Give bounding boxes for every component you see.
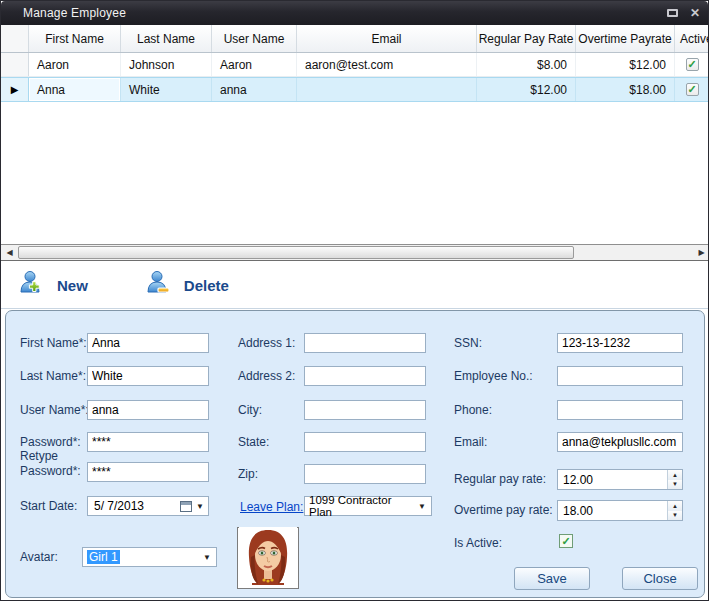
start-date-value: 5/ 7/2013	[94, 499, 144, 513]
phone-field[interactable]	[557, 400, 683, 420]
cell-regular-pay-rate[interactable]: $8.00	[477, 53, 576, 76]
address2-field[interactable]	[304, 366, 426, 386]
first-name-field[interactable]	[87, 333, 209, 353]
regular-pay-rate-stepper[interactable]: 12.00 ▲ ▼	[557, 469, 683, 490]
regular-pay-rate-value: 12.00	[563, 473, 593, 487]
zip-label: Zip:	[238, 467, 258, 481]
add-user-icon	[19, 269, 47, 301]
row-selector[interactable]: ▶	[1, 78, 29, 101]
employee-no-label: Employee No.:	[454, 369, 533, 383]
column-header-regular-pay-rate[interactable]: Regular Pay Rate	[477, 25, 576, 52]
city-label: City:	[238, 403, 262, 417]
avatar-label: Avatar:	[20, 550, 58, 564]
scrollbar-track[interactable]	[18, 245, 693, 260]
scroll-right-icon[interactable]: ▶	[693, 245, 709, 260]
column-header-email[interactable]: Email	[297, 25, 477, 52]
spinner-down-icon[interactable]: ▼	[668, 511, 682, 521]
header-row-selector	[1, 25, 29, 52]
zip-field[interactable]	[304, 464, 426, 484]
overtime-pay-rate-stepper[interactable]: 18.00 ▲ ▼	[557, 500, 683, 521]
spinner-up-icon[interactable]: ▲	[668, 470, 682, 480]
current-row-marker-icon: ▶	[11, 84, 19, 95]
avatar-preview	[237, 527, 299, 589]
column-header-last-name[interactable]: Last Name	[121, 25, 212, 52]
cell-overtime-payrate[interactable]: $18.00	[576, 78, 675, 101]
leave-plan-link[interactable]: Leave Plan:	[240, 500, 303, 514]
horizontal-scrollbar[interactable]: ◀ ▶	[1, 244, 709, 261]
address2-label: Address 2:	[238, 369, 295, 383]
column-header-overtime-payrate[interactable]: Overtime Payrate	[576, 25, 675, 52]
chevron-down-icon[interactable]: ▼	[192, 502, 208, 511]
phone-label: Phone:	[454, 403, 492, 417]
employee-no-field[interactable]	[557, 366, 683, 386]
last-name-field[interactable]	[87, 366, 209, 386]
ssn-field[interactable]	[557, 333, 683, 353]
spinner-up-icon[interactable]: ▲	[668, 501, 682, 511]
check-icon[interactable]: ✓	[686, 58, 699, 71]
cell-active[interactable]: ✓	[675, 53, 709, 76]
grid-header: First Name Last Name User Name Email Reg…	[1, 25, 709, 53]
table-row-selected[interactable]: ▶ Anna White anna $12.00 $18.00 ✓	[1, 77, 709, 102]
ssn-label: SSN:	[454, 336, 482, 350]
cell-regular-pay-rate[interactable]: $12.00	[477, 78, 576, 101]
new-button[interactable]: New	[19, 269, 88, 301]
overtime-pay-rate-value: 18.00	[563, 504, 593, 518]
remove-user-icon	[146, 269, 174, 301]
avatar-select[interactable]: Girl 1 ▼	[82, 547, 217, 567]
cell-last-name[interactable]: White	[121, 78, 212, 101]
new-button-label: New	[57, 277, 88, 294]
leave-plan-select[interactable]: 1099 Contractor Plan ▼	[304, 496, 432, 516]
avatar-girl-image	[239, 527, 297, 589]
check-icon[interactable]: ✓	[686, 83, 699, 96]
leave-plan-selected-value: 1099 Contractor Plan	[309, 494, 413, 518]
close-button[interactable]: ✕	[690, 7, 700, 19]
email-field[interactable]	[557, 432, 683, 452]
state-field[interactable]	[304, 432, 426, 452]
minimize-button[interactable]	[667, 7, 678, 19]
delete-button[interactable]: Delete	[146, 269, 229, 301]
employee-form: First Name*: Last Name*: User Name*: Pas…	[5, 310, 705, 598]
employee-grid: First Name Last Name User Name Email Reg…	[1, 25, 709, 244]
cell-first-name[interactable]: Anna	[29, 78, 121, 101]
password-field[interactable]	[87, 432, 209, 452]
user-name-field[interactable]	[87, 400, 209, 420]
scroll-left-icon[interactable]: ◀	[1, 245, 18, 260]
scrollbar-thumb[interactable]	[18, 246, 574, 259]
save-button[interactable]: Save	[514, 567, 590, 590]
cell-first-name[interactable]: Aaron	[29, 53, 121, 76]
column-header-first-name[interactable]: First Name	[29, 25, 121, 52]
cell-active[interactable]: ✓	[675, 78, 709, 101]
cell-overtime-payrate[interactable]: $12.00	[576, 53, 675, 76]
retype-password-label: Retype Password*:	[20, 449, 86, 479]
retype-password-field[interactable]	[87, 462, 209, 482]
state-label: State:	[238, 435, 269, 449]
password-label: Password*:	[20, 435, 81, 449]
cell-last-name[interactable]: Johnson	[121, 53, 212, 76]
cell-email[interactable]	[297, 78, 477, 101]
start-date-label: Start Date:	[20, 499, 77, 513]
window-title: Manage Employee	[1, 6, 126, 20]
start-date-picker[interactable]: 5/ 7/2013 ▼	[87, 496, 209, 516]
close-form-button[interactable]: Close	[622, 567, 698, 590]
first-name-label: First Name*:	[20, 336, 87, 350]
city-field[interactable]	[304, 400, 426, 420]
chevron-down-icon[interactable]: ▼	[413, 502, 431, 511]
user-name-label: User Name*:	[20, 403, 89, 417]
is-active-label: Is Active:	[454, 536, 502, 550]
table-row[interactable]: Aaron Johnson Aaron aaron@test.com $8.00…	[1, 53, 709, 77]
avatar-selected-value: Girl 1	[87, 550, 120, 564]
spinner-down-icon[interactable]: ▼	[668, 480, 682, 490]
calendar-icon[interactable]	[180, 501, 192, 512]
cell-user-name[interactable]: Aaron	[212, 53, 297, 76]
column-header-active[interactable]: Active	[675, 25, 709, 52]
row-selector[interactable]	[1, 53, 29, 76]
cell-user-name[interactable]: anna	[212, 78, 297, 101]
is-active-checkbox[interactable]: ✓	[559, 534, 573, 548]
overtime-pay-rate-label: Overtime pay rate:	[454, 503, 553, 517]
column-header-user-name[interactable]: User Name	[212, 25, 297, 52]
cell-email[interactable]: aaron@test.com	[297, 53, 477, 76]
address1-field[interactable]	[304, 333, 426, 353]
email-label: Email:	[454, 435, 487, 449]
chevron-down-icon[interactable]: ▼	[198, 553, 216, 562]
address1-label: Address 1:	[238, 336, 295, 350]
